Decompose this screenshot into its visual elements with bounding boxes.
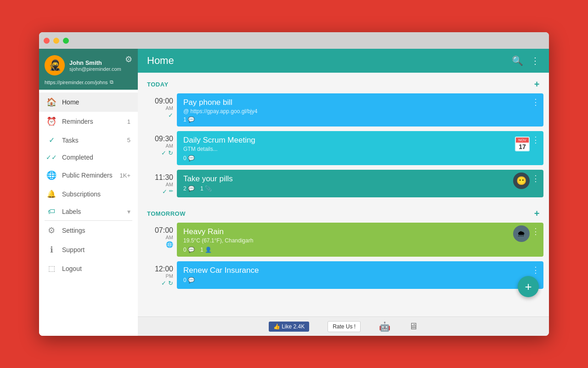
time-block: 09:00 AM ✓ [143,93,173,119]
time-block: 12:00 PM ✓ ↻ [143,261,173,287]
card-take-pills[interactable]: ⋮ 😶 Take your pills 2 💬 1 📎 [177,170,543,197]
time-hour: 09:30 [143,135,173,143]
card-title: Take your pills [183,174,537,184]
card-menu-icon[interactable]: ⋮ [531,226,540,236]
sidebar-item-label: Tasks [62,137,122,144]
attachment-count: 1 📎 [200,185,212,192]
sidebar-item-public[interactable]: 🌐 Public Reminders 1K+ [39,166,138,185]
sidebar-nav: 🏠 Home ⏰ Reminders 1 ✓ Tasks 5 ✓✓ [39,90,138,336]
desktop-icon[interactable]: 🖥 [409,321,418,332]
weather-avatar: 🌧 [513,225,530,242]
participant-count: 1 👤 [200,247,212,253]
sidebar-item-label: Settings [62,227,130,234]
sidebar-item-logout[interactable]: ⬚ Logout [39,259,138,277]
edit-icon: ✏ [169,188,173,195]
main-content: Home 🔍 ⋮ TODAY + 09:00 [138,49,549,336]
app-window: ⚙ 🥷 John Smith sjohn@pireminder.com http… [39,32,549,336]
tasks-icon: ✓ [46,136,57,144]
settings-icon: ⚙ [46,225,57,236]
sidebar-item-label: Subscriptions [62,190,130,198]
tasks-badge: 5 [127,137,130,144]
repeat-icon: ↻ [168,150,173,156]
check-icon: ✓ [168,112,173,119]
time-hour: 07:00 [143,226,173,235]
sidebar-item-label: Reminders [62,118,122,125]
time-ampm: AM [143,143,173,149]
time-hour: 09:00 [143,97,173,105]
card-daily-scrum[interactable]: ⋮ NOV 17 Daily Scrum Meeting GTM details… [177,131,543,165]
repeat-icon: ↻ [168,280,173,287]
like-button[interactable]: 👍 Like 2.4K [269,322,309,332]
fab-button[interactable]: + [518,276,539,297]
comment-count: 0 💬 [183,155,195,161]
topbar: Home 🔍 ⋮ [138,49,549,73]
time-ampm: AM [143,105,173,111]
sidebar-item-label: Completed [62,154,130,161]
profile-email: sjohn@pireminder.com [69,66,132,72]
time-hour: 12:00 [143,265,173,273]
rate-button[interactable]: Rate Us ! [328,321,361,332]
profile-name: John Smith [69,59,132,66]
time-ampm: AM [143,182,173,187]
sidebar-item-settings[interactable]: ⚙ Settings [39,221,138,240]
add-today-button[interactable]: + [534,79,540,90]
profile-section: ⚙ 🥷 John Smith sjohn@pireminder.com http… [39,49,138,90]
content-scroll: TODAY + 09:00 AM ✓ ⋮ [138,73,549,316]
logout-icon: ⬚ [46,264,57,273]
time-block: 11:30 AM ✓ ✏ [143,170,173,195]
card-menu-icon[interactable]: ⋮ [531,135,540,145]
sidebar-item-reminders[interactable]: ⏰ Reminders 1 [39,112,138,131]
sidebar-item-labels[interactable]: 🏷 Labels ▾ [39,203,138,220]
check-icon: ✓ [161,150,166,156]
card-menu-icon[interactable]: ⋮ [531,173,540,184]
reminder-row: 07:00 AM 🌐 ⋮ 🌧 Heavy Rain [138,223,549,261]
sidebar: ⚙ 🥷 John Smith sjohn@pireminder.com http… [39,49,138,336]
gear-icon[interactable]: ⚙ [125,54,132,64]
card-title: Daily Scrum Meeting [183,136,537,145]
globe-icon: 🌐 [46,170,57,180]
label-icon: 🏷 [46,207,57,216]
sidebar-item-support[interactable]: ℹ Support [39,240,138,259]
section-today: TODAY + [138,73,549,93]
profile-url[interactable]: https://pireminder.com/johns ⧉ [45,79,132,85]
sidebar-item-completed[interactable]: ✓✓ Completed [39,149,138,166]
card-menu-icon[interactable]: ⋮ [531,265,540,275]
card-heavy-rain[interactable]: ⋮ 🌧 Heavy Rain 19.5°C (67.1°F), Chandiga… [177,223,543,257]
sidebar-item-label: Support [62,246,130,253]
subscriptions-icon: 🔔 [46,190,57,198]
public-badge: 1K+ [120,172,131,179]
copy-icon: ⧉ [110,79,113,85]
sidebar-item-subscriptions[interactable]: 🔔 Subscriptions [39,185,138,203]
card-subtitle: GTM details... [183,146,537,152]
comment-count: 1 💬 [183,116,195,123]
card-renew-insurance[interactable]: ⋮ Renew Car Insurance 0 💬 [177,261,543,289]
calendar-widget: NOV 17 [515,135,530,151]
check-icon: ✓ [162,188,167,195]
card-pay-phone-bill[interactable]: ⋮ Pay phone bill @ https://gpay.app.goo.… [177,93,543,126]
check-icon: ✓ [161,280,166,287]
time-hour: 11:30 [143,173,173,182]
time-block: 09:30 AM ✓ ↻ [143,131,173,156]
search-icon[interactable]: 🔍 [512,55,523,66]
maximize-button[interactable] [63,38,69,44]
reminder-row: 12:00 PM ✓ ↻ ⋮ Renew Car Insurance 0 💬 [138,261,549,293]
add-tomorrow-button[interactable]: + [534,208,540,219]
footer: 👍 Like 2.4K Rate Us ! 🤖 🖥 [138,316,549,336]
more-menu-icon[interactable]: ⋮ [531,55,540,66]
sidebar-item-home[interactable]: 🏠 Home [39,92,138,112]
home-icon: 🏠 [46,97,57,107]
close-button[interactable] [44,38,50,44]
card-menu-icon[interactable]: ⋮ [531,97,540,107]
android-icon[interactable]: 🤖 [379,321,390,332]
card-title: Renew Car Insurance [183,266,537,275]
chevron-down-icon: ▾ [127,208,130,215]
section-label: TOMORROW [147,210,534,217]
sidebar-item-tasks[interactable]: ✓ Tasks 5 [39,131,138,149]
time-block: 07:00 AM 🌐 [143,223,173,248]
sidebar-item-label: Labels [62,208,122,215]
minimize-button[interactable] [53,38,59,44]
reminder-row: 09:30 AM ✓ ↻ ⋮ NOV [138,131,549,170]
reminder-row: 09:00 AM ✓ ⋮ Pay phone bill @ https://gp… [138,93,549,131]
reminders-icon: ⏰ [46,116,57,126]
time-ampm: AM [143,235,173,240]
